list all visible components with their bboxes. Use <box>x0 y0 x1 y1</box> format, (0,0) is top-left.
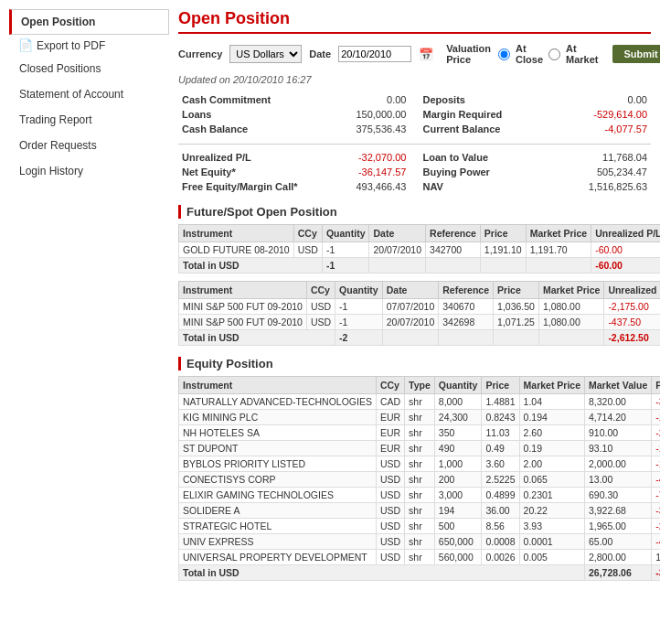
calendar-icon[interactable]: 📅 <box>419 48 433 61</box>
at-market-radio[interactable] <box>548 48 560 60</box>
sidebar-item-login-history[interactable]: Login History <box>9 158 169 184</box>
col-pl: P/L <box>652 377 660 394</box>
nav-value: 1,516,825.63 <box>565 181 647 192</box>
table-row: STRATEGIC HOTELUSDshr5008.563.931,965.00… <box>179 519 661 534</box>
sidebar-item-statement[interactable]: Statement of Account <box>9 81 169 107</box>
divider <box>178 144 651 145</box>
sidebar-item-export-pdf[interactable]: 📄 Export to PDF <box>9 35 169 56</box>
margin-required-row: Margin Required -529,614.00 <box>420 107 652 122</box>
net-equity-label: Net Equity* <box>182 166 236 177</box>
table-row: NATURALLY ADVANCED-TECHNOLOGIESCADshr8,0… <box>179 394 661 410</box>
submit-button[interactable]: Submit <box>612 45 660 63</box>
loans-row: Loans 150,000.00 <box>178 107 410 122</box>
current-balance-value: -4,077.57 <box>565 123 647 134</box>
valuation-radio-group: At Close At Market <box>498 43 598 65</box>
equity-table-total: Total in USD 26,728.06 -34,541.16 0 <box>179 565 661 581</box>
equity-table: Instrument CCy Type Quantity Price Marke… <box>178 376 660 581</box>
futures-table-1: Instrument CCy Quantity Date Reference P… <box>178 224 660 274</box>
update-info: Updated on 20/10/2010 16:27 <box>178 74 651 85</box>
col-quantity: Quantity <box>322 225 369 242</box>
col-market-price: Market Price <box>538 282 603 299</box>
col-market-value: Market Value <box>585 377 652 394</box>
valuation-label: Valuation Price <box>446 43 491 65</box>
buying-power-row: Buying Power 505,234.47 <box>420 165 652 179</box>
sidebar: Open Position 📄 Export to PDF Closed Pos… <box>9 9 169 635</box>
buying-power-value: 505,234.47 <box>565 166 647 177</box>
futures-section-title: Future/Spot Open Position <box>178 205 651 219</box>
col-quantity: Quantity <box>335 282 383 299</box>
controls-row: Currency US Dollars Date 📅 Valuation Pri… <box>178 43 651 65</box>
nav-label: NAV <box>423 181 443 192</box>
free-equity-label: Free Equity/Margin Call* <box>182 181 298 192</box>
col-market-price: Market Price <box>526 225 591 242</box>
pdf-icon: 📄 <box>18 38 33 52</box>
deposits-row: Deposits 0.00 <box>420 92 652 107</box>
col-market-price: Market Price <box>519 377 584 394</box>
loan-to-value-value: 11,768.04 <box>565 152 647 163</box>
currency-select[interactable]: US Dollars <box>229 45 302 63</box>
table-row: GOLD FUTURE 08-2010 USD -1 20/07/2010 34… <box>179 242 661 258</box>
futures-table-2-total: Total in USD -2 -2,612.50 11,250 <box>179 330 661 346</box>
col-ccy: CCy <box>293 225 322 242</box>
col-ccy: CCy <box>306 282 335 299</box>
deposits-value: 0.00 <box>565 94 647 105</box>
table-row: MINI S&P 500 FUT 09-2010 USD -1 07/07/20… <box>179 299 661 315</box>
loans-label: Loans <box>182 109 211 120</box>
table-row: CONECTISYS CORPUSDshr2002.52250.06513.00… <box>179 472 661 488</box>
at-close-radio[interactable] <box>498 48 510 60</box>
nav-row: NAV 1,516,825.63 <box>420 179 652 194</box>
free-equity-row: Free Equity/Margin Call* 493,466.43 <box>178 179 410 194</box>
col-ccy: CCy <box>376 377 404 394</box>
current-balance-label: Current Balance <box>423 123 501 134</box>
summary2-right: Loan to Value 11,768.04 Buying Power 505… <box>420 150 652 194</box>
col-price: Price <box>480 225 526 242</box>
summary2-left: Unrealized P/L -32,070.00 Net Equity* -3… <box>178 150 410 194</box>
col-instrument: Instrument <box>179 225 294 242</box>
cash-balance-row: Cash Balance 375,536.43 <box>178 122 410 136</box>
unrealized-label: Unrealized P/L <box>182 152 251 163</box>
table-row: NH HOTELES SAEURshr35011.032.60910.00-2,… <box>179 425 661 441</box>
table-row: SOLIDERE AUSDshr19436.0020.223,922.68-3,… <box>179 503 661 519</box>
sidebar-item-closed-positions[interactable]: Closed Positions <box>9 56 169 81</box>
net-equity-row: Net Equity* -36,147.57 <box>178 165 410 179</box>
net-equity-value: -36,147.57 <box>325 166 407 177</box>
col-instrument: Instrument <box>179 282 307 299</box>
futures-table-2: Instrument CCy Quantity Date Reference P… <box>178 281 660 346</box>
equity-section-title: Equity Position <box>178 357 651 370</box>
cash-balance-label: Cash Balance <box>182 123 248 134</box>
table-row: UNIV EXPRESSUSDshr650,0000.00080.000165.… <box>179 534 661 550</box>
sidebar-item-open-position[interactable]: Open Position <box>9 9 169 35</box>
cash-commitment-label: Cash Commitment <box>182 94 271 105</box>
sidebar-item-trading-report[interactable]: Trading Report <box>9 107 169 133</box>
unrealized-row: Unrealized P/L -32,070.00 <box>178 150 410 165</box>
table-row: UNIVERSAL PROPERTY DEVELOPMENTUSDshr560,… <box>179 550 661 565</box>
table-row: BYBLOS PRIORITY LISTEDUSDshr1,0003.602.0… <box>179 456 661 472</box>
date-input[interactable] <box>338 46 411 62</box>
table-row: ELIXIR GAMING TECHNOLOGIESUSDshr3,0000.4… <box>179 488 661 503</box>
col-price: Price <box>482 377 519 394</box>
sidebar-item-order-requests[interactable]: Order Requests <box>9 133 169 158</box>
at-close-label: At Close <box>516 43 543 65</box>
col-reference: Reference <box>426 225 481 242</box>
current-balance-row: Current Balance -4,077.57 <box>420 122 652 136</box>
col-date: Date <box>382 282 439 299</box>
margin-required-label: Margin Required <box>423 109 503 120</box>
summary2-section: Unrealized P/L -32,070.00 Net Equity* -3… <box>178 150 651 194</box>
col-reference: Reference <box>439 282 494 299</box>
loan-to-value-label: Loan to Value <box>423 152 489 163</box>
table-row: MINI S&P 500 FUT 09-2010 USD -1 20/07/20… <box>179 315 661 330</box>
cash-commitment-value: 0.00 <box>325 94 407 105</box>
currency-label: Currency <box>178 48 222 59</box>
futures-table-1-header: Instrument CCy Quantity Date Reference P… <box>179 225 661 242</box>
col-instrument: Instrument <box>179 377 377 394</box>
main-content: Open Position Currency US Dollars Date 📅… <box>178 9 651 635</box>
date-label: Date <box>309 48 331 59</box>
col-unrealized-pl: Unrealized P/L <box>591 225 660 242</box>
page-title: Open Position <box>178 9 651 34</box>
loans-value: 150,000.00 <box>325 109 407 120</box>
col-quantity: Quantity <box>434 377 482 394</box>
buying-power-label: Buying Power <box>423 166 490 177</box>
summary-section: Cash Commitment 0.00 Loans 150,000.00 Ca… <box>178 92 651 136</box>
cash-balance-value: 375,536.43 <box>325 123 407 134</box>
loan-to-value-row: Loan to Value 11,768.04 <box>420 150 652 165</box>
